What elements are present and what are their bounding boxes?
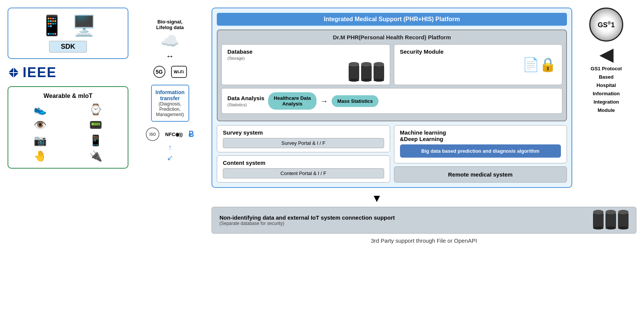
ieee-label: IEEE <box>23 65 57 81</box>
wifi-icon: Wi-Fi <box>171 66 187 78</box>
bot-cyl2 <box>605 212 616 229</box>
camera-icon: 📷 <box>34 134 47 147</box>
medical-device-icon: 📱 <box>40 14 64 37</box>
sdk-label: SDK <box>49 41 87 53</box>
info-transfer-title: Informationtransfer <box>156 89 185 101</box>
mass-statistics-box: Mass Statistics <box>332 95 378 107</box>
da-sub: (Statistics) <box>227 102 247 107</box>
third-party: 3rd Party support through File or OpenAP… <box>371 237 477 244</box>
up-down-arrows: ↑ ↙ <box>167 143 173 162</box>
nfc-label: NFC◉)) <box>165 132 182 137</box>
scanner-device-icon: 🖥️ <box>72 14 96 37</box>
content-portal: Content Portal & I / F <box>223 168 384 178</box>
db-title-text: Database <box>227 48 253 55</box>
content-title: Content system <box>223 160 384 166</box>
da-label: Data Analysis (Statistics) <box>227 95 264 107</box>
data-analysis-row: Data Analysis (Statistics) Healthcare Da… <box>221 88 562 114</box>
nonidentify-sub: (Separate database for security) <box>219 221 395 226</box>
cyl2 <box>361 64 372 81</box>
bidirectional-arrow: ↔ <box>166 51 174 61</box>
remote-title: Remote medical system <box>448 171 513 178</box>
bot-cyl1 <box>593 212 604 229</box>
middle-section: Bio-signal,Lifelog data ☁️ ↔ 5G Wi-Fi In… <box>136 8 204 162</box>
phr-box: Dr.M PHR(Personal Health Record) Platfor… <box>217 29 567 121</box>
database-module: Database (Storage) <box>221 44 390 85</box>
wearable-grid: 👟 ⌚ 👁️ 📟 📷 📱 🤚 🔌 <box>14 103 122 162</box>
phr-title: Dr.M PHR(Personal Health Record) Platfor… <box>221 34 562 40</box>
5g-icon: 5G <box>153 66 165 78</box>
doc-lock-icon: 📄🔒 <box>522 57 556 73</box>
info-transfer-sub: (Diagnosis,Prediction,Management) <box>156 101 185 117</box>
platform-outer: Integrated Medical Support (PHR+HIS) Pla… <box>212 8 572 188</box>
info-transfer-box: Informationtransfer (Diagnosis,Predictio… <box>151 85 189 122</box>
security-title-text: Security Module <box>400 48 557 55</box>
shoe-icon: 👟 <box>34 103 47 116</box>
necklace-icon: 📱 <box>89 134 102 147</box>
wearable-title: Wearable & mIoT <box>14 93 122 99</box>
analysis-arrow: → <box>320 97 328 105</box>
left-section: 📱 🖥️ SDK IEEE Wearable & mIoT 👟 ⌚ 👁️ 📟 <box>8 8 128 169</box>
db-security-row: Database (Storage) <box>221 44 562 85</box>
wireless-icons: 5G Wi-Fi <box>153 66 187 78</box>
healthcare-data-box: Healthcare DataAnalysis <box>268 92 317 110</box>
gs1-text: GS®1 <box>598 20 615 29</box>
nfc-bt-row: ISO NFC◉)) Ƀ <box>146 127 194 141</box>
eye-icon: 👁️ <box>34 119 47 131</box>
cyl1 <box>349 64 359 81</box>
hand-icon: 🤚 <box>34 150 47 162</box>
bottom-outer: ▼ Non-identifying data and external IoT … <box>212 192 636 244</box>
db-title: Database (Storage) <box>227 48 384 61</box>
cloud-icon: ☁️ <box>161 32 179 50</box>
sdk-box: 📱 🖥️ SDK <box>8 8 128 59</box>
nonidentify-title: Non-identifying data and external IoT sy… <box>219 214 395 221</box>
iso-badge: ISO <box>146 127 159 141</box>
security-module: Security Module 📄🔒 <box>394 44 563 85</box>
ml-title: Machine learning&Deep Learning <box>400 129 561 142</box>
ml-box: Machine learning&Deep Learning Big data … <box>394 125 567 163</box>
bottom-db-cylinders <box>593 212 629 229</box>
gs1-logo: GS®1 <box>589 8 623 42</box>
remote-box: Remote medical system <box>394 166 567 183</box>
gs1-right-col: GS®1 ◀ GS1 ProtocolBasedHospitalInformat… <box>576 8 636 115</box>
survey-title: Survey system <box>223 129 384 136</box>
gs1-desc: GS1 ProtocolBasedHospitalInformationInte… <box>591 65 622 115</box>
platform-and-gs1: Integrated Medical Support (PHR+HIS) Pla… <box>212 8 636 188</box>
right-modules: Machine learning&Deep Learning Big data … <box>394 125 567 183</box>
content-box: Content system Content Portal & I / F <box>217 155 390 183</box>
platform-title: Integrated Medical Support (PHR+HIS) Pla… <box>217 13 567 26</box>
bigdata-box: Big data based prediction and diagnosis … <box>400 144 561 158</box>
cyl3 <box>374 64 384 81</box>
right-section: Integrated Medical Support (PHR+HIS) Pla… <box>212 8 636 244</box>
band-icon: 📟 <box>89 119 102 131</box>
survey-portal: Survey Portal & I / F <box>223 138 384 148</box>
survey-box: Survey system Survey Portal & I / F <box>217 125 390 152</box>
sdk-devices: 📱 🖥️ <box>40 14 96 37</box>
nonidentify-text-area: Non-identifying data and external IoT sy… <box>219 214 395 226</box>
down-arrow-big: ▼ <box>372 192 382 205</box>
patch-icon: 🔌 <box>89 150 102 162</box>
db-cylinders <box>227 64 384 81</box>
bluetooth-icon: Ƀ <box>188 129 194 139</box>
nonidentify-box: Non-identifying data and external IoT sy… <box>212 207 636 234</box>
wearable-box: Wearable & mIoT 👟 ⌚ 👁️ 📟 📷 📱 🤚 🔌 <box>8 86 128 169</box>
bottom-modules: Survey system Survey Portal & I / F Cont… <box>217 125 567 183</box>
db-sub-text: (Storage) <box>227 56 245 60</box>
bot-cyl3 <box>618 212 629 229</box>
main-diagram: 📱 🖥️ SDK IEEE Wearable & mIoT 👟 ⌚ 👁️ 📟 <box>8 8 636 244</box>
security-icon-area: 📄🔒 <box>400 57 557 73</box>
gs1-arrow: ◀ <box>600 45 613 65</box>
wrist-icon: ⌚ <box>89 103 102 116</box>
ieee-logo-area: IEEE <box>8 63 128 82</box>
da-title: Data Analysis <box>227 95 264 101</box>
biosignal-label: Bio-signal,Lifelog data <box>156 19 184 30</box>
left-modules: Survey system Survey Portal & I / F Cont… <box>217 125 390 183</box>
ieee-diamond-icon <box>8 67 20 79</box>
